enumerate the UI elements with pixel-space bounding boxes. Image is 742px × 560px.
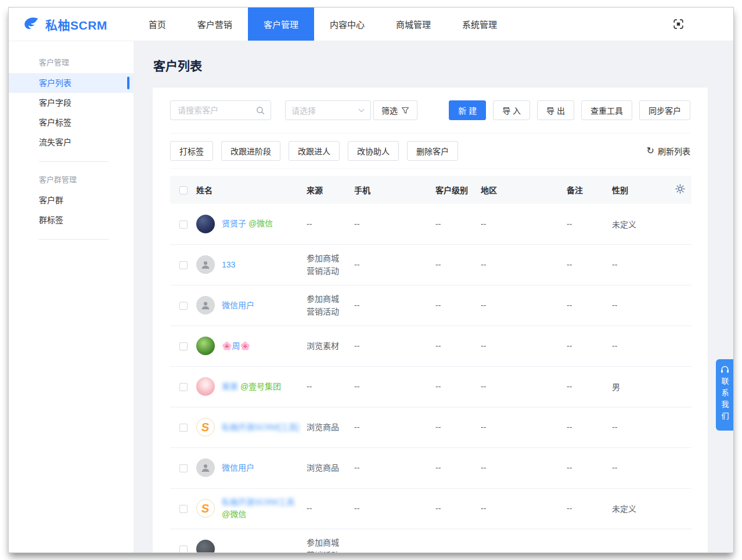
change-stage-button[interactable]: 改跟进阶段 bbox=[221, 141, 280, 161]
cell-phone bbox=[354, 529, 435, 552]
refresh-list-button[interactable]: ↻ 刷新列表 bbox=[647, 145, 690, 157]
customer-name-link[interactable]: 贤贤子 bbox=[222, 219, 246, 228]
cell-remark: -- bbox=[567, 488, 612, 529]
sidebar-group-customer-management: 客户管理 bbox=[9, 48, 134, 73]
row-checkbox[interactable] bbox=[179, 424, 188, 432]
customer-channel-tag: @微信 bbox=[222, 510, 246, 519]
customer-avatar bbox=[196, 215, 215, 233]
tag-button[interactable]: 打标签 bbox=[170, 141, 213, 161]
table-row: 贤贤子 @微信 -- -- -- -- -- 未定义 bbox=[170, 204, 691, 244]
export-button[interactable]: 导 出 bbox=[537, 100, 574, 120]
cell-gender: -- bbox=[612, 244, 668, 285]
col-header-name: 姓名 bbox=[196, 176, 307, 204]
cell-source: -- bbox=[307, 204, 354, 244]
sidebar-item-lost-customers[interactable]: 流失客户 bbox=[9, 132, 134, 152]
fullscreen-icon[interactable] bbox=[672, 18, 685, 30]
row-checkbox[interactable] bbox=[179, 545, 188, 552]
cell-source: -- bbox=[307, 488, 354, 529]
default-user-avatar bbox=[196, 255, 215, 274]
cell-gender: 未定义 bbox=[612, 488, 668, 529]
top-navbar: 私柚SCRM 首页 客户营销 客户管理 内容中心 商城管理 系统管理 bbox=[9, 8, 733, 41]
sidebar: 客户管理 客户列表 客户字段 客户标签 流失客户 客户群管理 客户群 群标签 bbox=[9, 41, 134, 552]
cell-level: -- bbox=[435, 204, 481, 244]
import-button[interactable]: 导 入 bbox=[493, 100, 530, 120]
select-all-checkbox[interactable] bbox=[179, 186, 188, 194]
main-content: 客户列表 请选择 bbox=[134, 41, 733, 552]
customer-name-link[interactable]: 133 bbox=[222, 260, 235, 269]
cell-phone: -- bbox=[354, 285, 435, 326]
cell-region: -- bbox=[481, 447, 567, 488]
dedupe-tool-button[interactable]: 查重工具 bbox=[581, 100, 632, 120]
cell-region: -- bbox=[481, 407, 567, 447]
app-logo[interactable]: 私柚SCRM bbox=[9, 8, 133, 41]
bird-swoosh-icon bbox=[23, 16, 40, 33]
change-follower-button[interactable]: 改跟进人 bbox=[289, 141, 340, 161]
customer-name-link[interactable]: 私柚开源SCRM工具 bbox=[222, 497, 294, 507]
cell-remark: -- bbox=[567, 204, 612, 244]
row-checkbox[interactable] bbox=[179, 383, 188, 391]
table-header-row: 姓名 来源 手机 客户级别 地区 备注 性别 bbox=[170, 176, 691, 204]
row-checkbox[interactable] bbox=[179, 302, 188, 310]
customer-avatar bbox=[196, 377, 215, 396]
contact-us-label: 联系我们 bbox=[719, 377, 730, 424]
cell-source: 浏览素材 bbox=[307, 326, 354, 366]
cell-phone: -- bbox=[354, 366, 435, 407]
customer-name-link[interactable]: 私柚开源SCRM[工具] bbox=[222, 422, 299, 432]
col-header-remark: 备注 bbox=[567, 176, 612, 204]
brand-logo-avatar: S bbox=[196, 418, 215, 436]
sync-customers-button[interactable]: 同步客户 bbox=[639, 100, 690, 120]
row-checkbox[interactable] bbox=[179, 221, 188, 229]
sidebar-group-customer-group-management: 客户群管理 bbox=[9, 165, 134, 190]
table-row: S 私柚开源SCRM[工具] 浏览商品 -- -- -- -- -- bbox=[170, 407, 691, 447]
default-user-avatar bbox=[196, 458, 215, 477]
cell-gender: -- bbox=[612, 407, 668, 447]
cell-region: -- bbox=[481, 244, 567, 285]
cell-phone: -- bbox=[354, 244, 435, 285]
col-header-gender: 性别 bbox=[612, 176, 668, 204]
customer-name-link[interactable]: 微信用户 bbox=[222, 301, 254, 310]
search-icon[interactable] bbox=[256, 106, 265, 115]
col-header-level: 客户级别 bbox=[435, 176, 481, 204]
customer-name-link[interactable]: 🌸周🌸 bbox=[222, 341, 250, 351]
customer-name-link[interactable]: 某某 bbox=[222, 382, 238, 391]
cell-phone: -- bbox=[354, 488, 435, 529]
row-checkbox[interactable] bbox=[179, 464, 188, 472]
nav-item-content-center[interactable]: 内容中心 bbox=[314, 8, 380, 41]
nav-item-customer-marketing[interactable]: 客户营销 bbox=[182, 8, 248, 41]
column-settings-gear-icon[interactable] bbox=[675, 184, 685, 194]
cell-gender: -- bbox=[612, 326, 668, 366]
filter-button[interactable]: 筛选 bbox=[373, 100, 417, 120]
nav-item-home[interactable]: 首页 bbox=[133, 8, 182, 41]
chevron-down-icon bbox=[358, 109, 365, 113]
filter-select[interactable]: 请选择 bbox=[285, 100, 371, 120]
cell-region: -- bbox=[481, 488, 567, 529]
contact-us-button[interactable]: 联系我们 bbox=[716, 359, 733, 431]
cell-source: -- bbox=[307, 366, 354, 407]
search-input[interactable] bbox=[177, 105, 256, 115]
change-assistant-button[interactable]: 改协助人 bbox=[348, 141, 399, 161]
cell-phone: -- bbox=[354, 326, 435, 366]
sidebar-item-customer-tags[interactable]: 客户标签 bbox=[9, 113, 134, 132]
row-checkbox[interactable] bbox=[179, 505, 188, 513]
table-row: 133 参加商城营销活动 -- -- -- -- -- bbox=[170, 244, 691, 285]
nav-item-mall-management[interactable]: 商城管理 bbox=[380, 8, 446, 41]
sidebar-item-customer-fields[interactable]: 客户字段 bbox=[9, 93, 134, 113]
nav-item-customer-management[interactable]: 客户管理 bbox=[248, 8, 314, 41]
row-checkbox[interactable] bbox=[179, 261, 188, 269]
cell-level: -- bbox=[435, 326, 481, 366]
delete-customer-button[interactable]: 删除客户 bbox=[407, 141, 458, 161]
cell-source: 浏览商品 bbox=[307, 447, 354, 488]
nav-item-system-management[interactable]: 系统管理 bbox=[446, 8, 513, 41]
refresh-icon: ↻ bbox=[647, 146, 654, 156]
new-customer-button[interactable]: 新 建 bbox=[449, 100, 486, 120]
cell-remark: -- bbox=[567, 326, 612, 366]
customer-channel-tag: @壹号集团 bbox=[240, 382, 281, 391]
sidebar-item-customer-groups[interactable]: 客户群 bbox=[9, 190, 134, 210]
row-checkbox[interactable] bbox=[179, 342, 188, 351]
sidebar-item-group-tags[interactable]: 群标签 bbox=[9, 210, 134, 230]
table-row: 微信用户 参加商城营销活动 -- -- -- -- -- bbox=[170, 285, 691, 326]
cell-gender: 未定义 bbox=[612, 204, 668, 244]
customer-name-link[interactable]: 微信用户 bbox=[222, 463, 254, 472]
sidebar-item-customer-list[interactable]: 客户列表 bbox=[9, 73, 134, 93]
filter-toolbar: 请选择 筛选 新 建 bbox=[170, 100, 690, 120]
